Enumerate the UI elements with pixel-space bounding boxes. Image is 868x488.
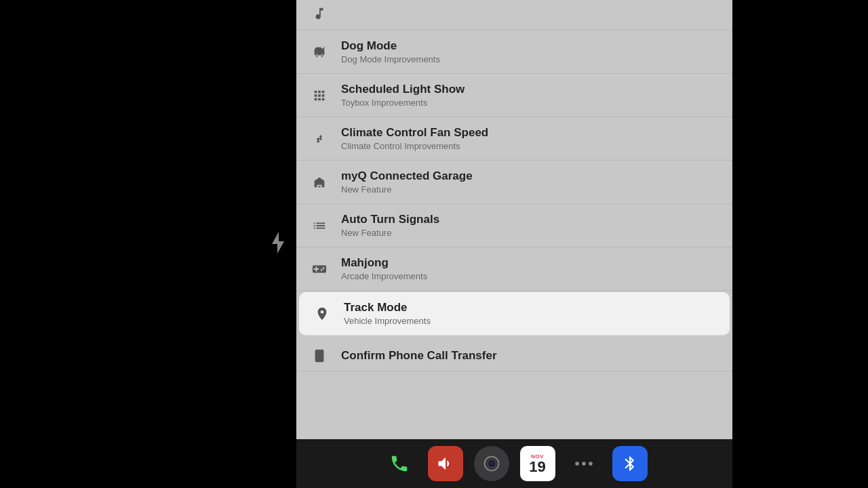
bluetooth-button[interactable] xyxy=(612,446,648,481)
item-title: Climate Control Fan Speed xyxy=(341,126,488,140)
phone-transfer-icon xyxy=(307,344,332,368)
item-subtitle: Toybox Improvements xyxy=(341,98,465,108)
list-item[interactable]: Dog Mode Dog Mode Improvements xyxy=(296,30,732,74)
item-title: Scheduled Light Show xyxy=(341,83,465,96)
turn-signal-icon xyxy=(307,214,332,238)
item-subtitle: Dog Mode Improvements xyxy=(341,54,440,64)
phone-button[interactable] xyxy=(382,446,417,481)
left-panel xyxy=(0,0,296,488)
garage-icon xyxy=(307,170,332,195)
list-item[interactable]: Confirm Phone Call Transfer xyxy=(296,337,732,371)
list-item[interactable]: Scheduled Light Show Toybox Improvements xyxy=(296,74,732,117)
item-title: Mahjong xyxy=(341,256,427,270)
dog-icon xyxy=(307,40,332,64)
list-item[interactable] xyxy=(296,0,732,30)
grid-icon xyxy=(307,83,332,108)
item-subtitle: Arcade Improvements xyxy=(341,271,427,281)
svg-point-7 xyxy=(582,462,586,466)
camera-button[interactable] xyxy=(474,446,509,481)
item-subtitle: Vehicle Improvements xyxy=(344,316,431,326)
svg-point-8 xyxy=(589,462,593,466)
lightning-icon xyxy=(272,232,284,256)
item-title: Dog Mode xyxy=(341,39,440,53)
track-icon xyxy=(310,302,334,326)
more-button[interactable] xyxy=(566,446,601,481)
audio-button[interactable] xyxy=(428,446,463,481)
list-item[interactable]: Mahjong Arcade Improvements xyxy=(296,247,732,291)
center-panel: Dog Mode Dog Mode Improvements Scheduled… xyxy=(296,0,732,488)
svg-marker-0 xyxy=(272,232,284,253)
svg-point-5 xyxy=(490,462,493,466)
svg-rect-2 xyxy=(315,350,324,362)
item-title: Auto Turn Signals xyxy=(341,213,439,226)
list-item[interactable]: Climate Control Fan Speed Climate Contro… xyxy=(296,117,732,161)
item-subtitle: New Feature xyxy=(341,228,439,238)
feature-list: Dog Mode Dog Mode Improvements Scheduled… xyxy=(296,0,732,439)
item-title: myQ Connected Garage xyxy=(341,169,473,183)
item-subtitle: New Feature xyxy=(341,184,473,195)
item-title: Confirm Phone Call Transfer xyxy=(341,349,497,363)
list-item[interactable]: myQ Connected Garage New Feature xyxy=(296,161,732,204)
game-icon xyxy=(307,257,332,281)
right-panel xyxy=(732,0,868,488)
fan-icon xyxy=(307,127,332,151)
list-item[interactable]: Auto Turn Signals New Feature xyxy=(296,204,732,247)
item-title: Track Mode xyxy=(344,301,431,314)
item-subtitle: Climate Control Improvements xyxy=(341,141,488,151)
music-icon xyxy=(307,1,332,26)
calendar-button[interactable]: NOV 19 xyxy=(520,446,555,481)
calendar-date: 19 xyxy=(529,460,545,474)
svg-point-6 xyxy=(575,462,579,466)
track-mode-item[interactable]: Track Mode Vehicle Improvements xyxy=(299,292,730,336)
taskbar: NOV 19 xyxy=(296,439,732,488)
